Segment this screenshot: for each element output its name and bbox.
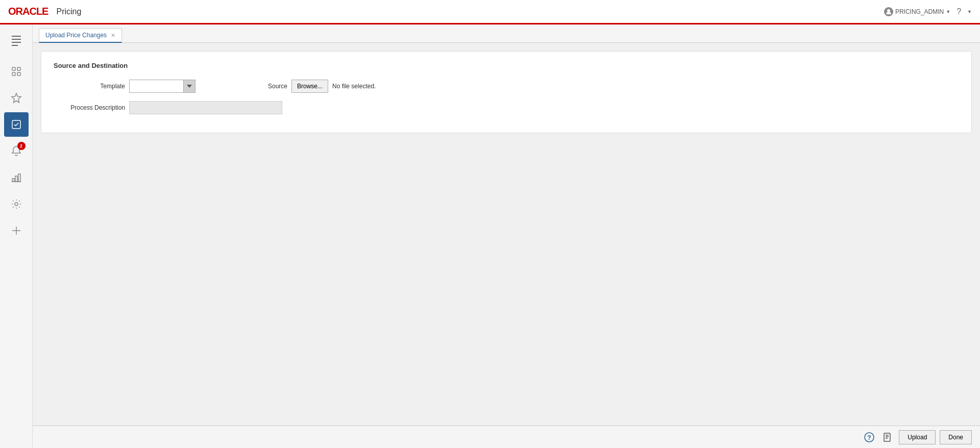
template-group: Template (54, 80, 195, 93)
grid-icon (11, 66, 22, 77)
browse-button[interactable]: Browse... (291, 80, 328, 93)
help-icon[interactable]: ? (957, 7, 961, 16)
section-title: Source and Destination (54, 62, 959, 69)
main-layout: 2 (0, 24, 980, 448)
app-name: Pricing (56, 7, 81, 16)
user-avatar-icon (884, 7, 893, 16)
plus-icon (11, 225, 22, 236)
header-chevron-icon: ▼ (967, 9, 972, 14)
form-row-2: Process Description (54, 101, 959, 114)
template-select[interactable] (129, 80, 195, 93)
gear-icon (11, 198, 22, 210)
svg-point-11 (15, 203, 18, 206)
tab-close-button[interactable]: ✕ (111, 32, 115, 39)
upload-button[interactable]: Upload (899, 430, 936, 444)
process-description-input[interactable] (129, 101, 282, 114)
sidebar-item-favorites[interactable] (4, 86, 29, 110)
template-label: Template (54, 83, 125, 90)
tab-bar: Upload Price Changes ✕ (33, 24, 980, 43)
user-name: PRICING_ADMIN (895, 8, 944, 15)
done-button[interactable]: Done (940, 430, 972, 444)
svg-text:?: ? (868, 434, 871, 441)
sidebar-item-tasks[interactable] (4, 112, 29, 137)
svg-marker-5 (12, 93, 21, 103)
bottom-help-icon[interactable]: ? (862, 430, 876, 444)
sidebar: 2 (0, 24, 33, 448)
user-info[interactable]: PRICING_ADMIN ▼ (884, 7, 950, 16)
sidebar-item-home[interactable] (4, 59, 29, 84)
source-label: Source (216, 83, 287, 90)
user-chevron-icon: ▼ (946, 9, 950, 14)
sidebar-item-add[interactable] (4, 218, 29, 243)
oracle-logo: ORACLE (8, 6, 48, 17)
no-file-selected-text: No file selected. (332, 83, 376, 90)
form-row-1: Template Source Browse (54, 80, 959, 93)
form-panel: Source and Destination Template (41, 51, 972, 133)
header-right: PRICING_ADMIN ▼ ? ▼ (884, 7, 972, 16)
process-description-label: Process Description (54, 104, 125, 111)
notification-badge: 2 (17, 142, 26, 150)
svg-rect-16 (884, 433, 890, 441)
svg-rect-8 (15, 176, 17, 182)
hamburger-icon (12, 36, 21, 46)
source-group: Source Browse... No file selected. (216, 80, 376, 93)
sidebar-item-reports[interactable] (4, 165, 29, 190)
svg-rect-9 (18, 174, 20, 182)
sidebar-item-notifications[interactable]: 2 (4, 139, 29, 163)
bar-chart-icon (11, 172, 22, 183)
process-description-group: Process Description (54, 101, 282, 114)
svg-rect-7 (12, 179, 14, 182)
tasks-icon (11, 119, 22, 130)
svg-rect-4 (17, 72, 20, 76)
bottom-document-icon[interactable] (880, 430, 895, 444)
main-content: Source and Destination Template (33, 43, 980, 426)
content-area: Upload Price Changes ✕ Source and Destin… (33, 24, 980, 448)
svg-rect-2 (17, 67, 20, 70)
bottom-toolbar: ? Upload Done (33, 426, 980, 448)
header: ORACLE Pricing PRICING_ADMIN ▼ ? ▼ (0, 0, 980, 24)
template-select-wrapper (129, 80, 195, 93)
svg-rect-3 (12, 72, 15, 76)
oracle-logo-group: ORACLE Pricing (8, 6, 81, 17)
sidebar-item-settings[interactable] (4, 192, 29, 216)
tab-label: Upload Price Changes (45, 32, 107, 39)
star-icon (11, 92, 22, 104)
tab-upload-price-changes[interactable]: Upload Price Changes ✕ (39, 28, 122, 43)
svg-rect-1 (12, 67, 15, 70)
sidebar-item-hamburger[interactable] (4, 29, 29, 53)
